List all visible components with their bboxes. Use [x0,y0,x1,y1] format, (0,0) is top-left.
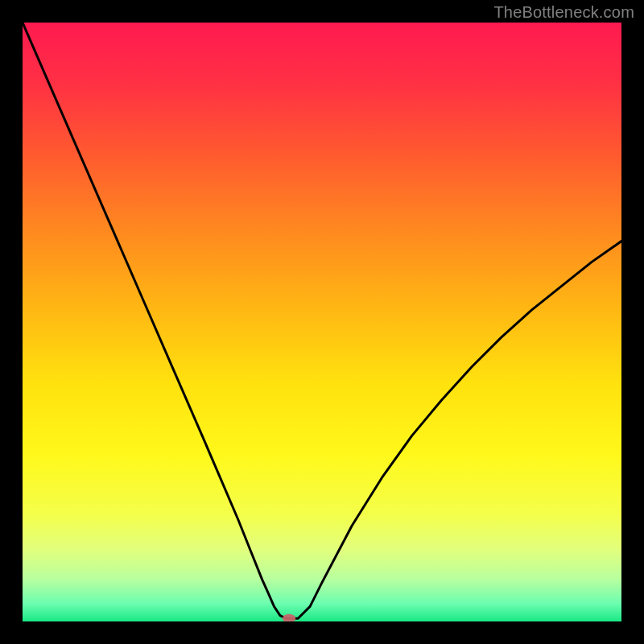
bottleneck-curve [23,23,621,621]
curve-path [23,23,621,618]
plot-area [23,23,621,621]
watermark-text: TheBottleneck.com [493,3,634,22]
chart-frame: TheBottleneck.com [0,0,644,644]
minimum-marker [283,614,295,621]
